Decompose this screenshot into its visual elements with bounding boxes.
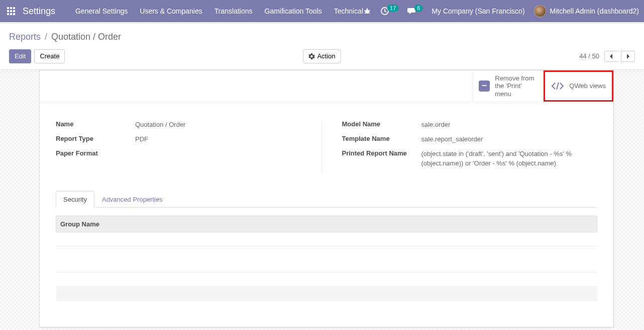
value-name: Quotation / Order <box>135 120 311 130</box>
svg-rect-1 <box>10 7 12 9</box>
qweb-views-label: QWeb views <box>569 82 606 90</box>
print-menu-toggle[interactable]: – Remove from the 'Print' menu <box>472 70 544 102</box>
table-footer <box>56 286 597 300</box>
tab-security[interactable]: Security <box>56 191 94 208</box>
breadcrumb-current: Quotation / Order <box>51 32 121 42</box>
field-printed-report-name: Printed Report Name (object.state in ('d… <box>342 149 598 169</box>
groups-table: Group Name <box>56 216 597 301</box>
value-printed-report-name: (object.state in ('draft', 'sent') and '… <box>421 149 598 169</box>
svg-rect-5 <box>13 10 15 12</box>
code-icon <box>551 81 564 91</box>
value-model-name: sale.order <box>421 120 598 130</box>
pager-text[interactable]: 44 / 50 <box>579 52 599 60</box>
chevron-left-icon <box>609 53 614 59</box>
edit-button[interactable]: Edit <box>9 49 31 63</box>
nav-general-settings[interactable]: General Settings <box>75 7 128 15</box>
label-printed-report-name: Printed Report Name <box>342 149 421 157</box>
value-report-type: PDF <box>135 135 311 144</box>
gear-icon <box>308 53 314 59</box>
svg-rect-7 <box>10 13 12 15</box>
svg-line-12 <box>369 11 370 11</box>
table-row[interactable] <box>56 258 597 272</box>
activities-icon[interactable]: 17 <box>380 7 398 16</box>
svg-line-13 <box>365 13 366 14</box>
action-label: Action <box>317 52 335 60</box>
nav-gamification[interactable]: Gamification Tools <box>265 7 322 15</box>
svg-rect-3 <box>7 10 9 12</box>
apps-menu-icon[interactable] <box>5 4 18 18</box>
table-row[interactable] <box>56 232 597 246</box>
field-paper-format: Paper Format <box>56 149 311 157</box>
tabs: Security Advanced Properties <box>56 191 597 208</box>
svg-rect-2 <box>13 7 15 9</box>
form-canvas: – Remove from the 'Print' menu QWeb view… <box>0 70 644 330</box>
field-template-name: Template Name sale.report_saleorder <box>342 135 598 144</box>
tab-advanced-properties[interactable]: Advanced Properties <box>94 191 170 208</box>
breadcrumb-sep: / <box>45 32 47 42</box>
user-name: Mitchell Admin (dashboard2) <box>550 7 639 15</box>
main-navbar: Settings General Settings Users & Compan… <box>0 0 644 22</box>
col-group-name[interactable]: Group Name <box>56 216 597 232</box>
field-model-name: Model Name sale.order <box>342 120 598 130</box>
nav-items: General Settings Users & Companies Trans… <box>75 7 363 15</box>
qweb-views-button[interactable]: QWeb views <box>544 70 613 102</box>
svg-line-14 <box>369 13 370 14</box>
nav-translations[interactable]: Translations <box>214 7 253 15</box>
field-report-type: Report Type PDF <box>56 135 311 144</box>
value-template-name: sale.report_saleorder <box>421 135 598 144</box>
svg-rect-8 <box>13 13 15 15</box>
table-row[interactable] <box>56 272 597 286</box>
chevron-right-icon <box>625 53 630 59</box>
nav-users-companies[interactable]: Users & Companies <box>140 7 202 15</box>
breadcrumb-reports[interactable]: Reports <box>9 32 41 42</box>
label-model-name: Model Name <box>342 120 421 128</box>
tab-content-security: Group Name <box>40 208 613 327</box>
print-menu-label: Remove from the 'Print' menu <box>495 74 538 98</box>
svg-line-11 <box>364 11 366 11</box>
label-name: Name <box>56 120 135 128</box>
pager-next[interactable] <box>621 51 635 62</box>
button-box: – Remove from the 'Print' menu QWeb view… <box>40 70 613 103</box>
svg-rect-0 <box>7 7 9 9</box>
discuss-icon[interactable]: 6 <box>407 7 422 16</box>
label-paper-format: Paper Format <box>56 149 135 157</box>
control-panel: Reports / Quotation / Order Edit Create … <box>0 24 644 70</box>
svg-rect-4 <box>10 10 12 12</box>
label-template-name: Template Name <box>342 135 421 142</box>
pager-prev[interactable] <box>604 51 618 62</box>
app-title[interactable]: Settings <box>23 6 55 17</box>
label-report-type: Report Type <box>56 135 135 142</box>
activities-badge: 17 <box>387 5 398 12</box>
nav-right: 17 6 My Company (San Francisco) Mitchell… <box>363 5 639 17</box>
debug-icon[interactable] <box>363 7 371 15</box>
minus-square-icon: – <box>479 80 490 92</box>
action-button[interactable]: Action <box>303 49 341 63</box>
company-switcher[interactable]: My Company (San Francisco) <box>432 7 524 15</box>
nav-technical[interactable]: Technical <box>334 7 363 15</box>
user-menu[interactable]: Mitchell Admin (dashboard2) <box>534 5 639 17</box>
form-sheet: – Remove from the 'Print' menu QWeb view… <box>39 70 614 327</box>
svg-rect-6 <box>7 13 9 15</box>
pager: 44 / 50 <box>579 51 635 62</box>
discuss-badge: 6 <box>414 5 422 12</box>
field-name: Name Quotation / Order <box>56 120 311 130</box>
right-column: Model Name sale.order Template Name sale… <box>342 120 598 173</box>
breadcrumb: Reports / Quotation / Order <box>9 32 635 42</box>
create-button[interactable]: Create <box>34 49 65 63</box>
left-column: Name Quotation / Order Report Type PDF P… <box>56 120 322 173</box>
avatar <box>534 5 546 17</box>
form-fields: Name Quotation / Order Report Type PDF P… <box>40 102 613 185</box>
